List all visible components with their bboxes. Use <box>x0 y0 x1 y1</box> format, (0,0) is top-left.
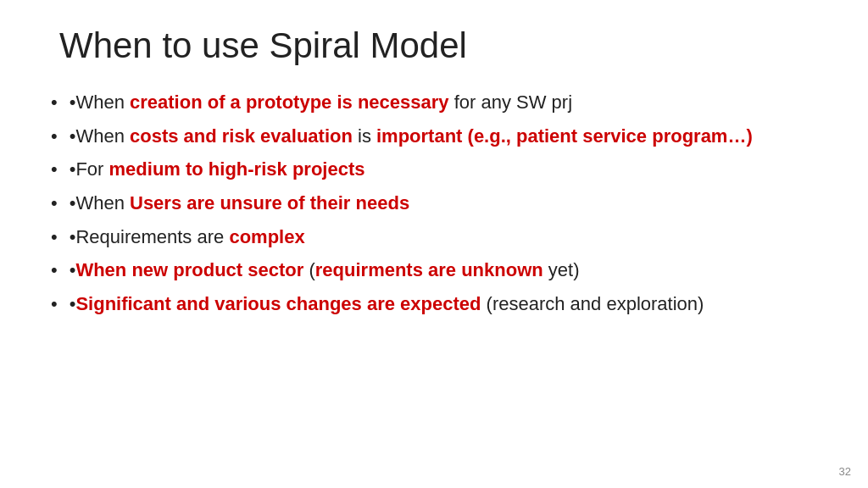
bullet-marker: • <box>70 258 76 283</box>
list-item: • When creation of a prototype is necess… <box>51 90 817 115</box>
bullet-6-red-1: When new product sector <box>75 259 303 280</box>
bullet-1-normal-2: for any SW prj <box>449 92 572 113</box>
bullet-marker: • <box>70 291 76 317</box>
bullet-text-3: For medium to high-risk projects <box>75 157 364 182</box>
list-item: • When costs and risk evaluation is impo… <box>51 124 817 149</box>
bullet-7-normal-1: (research and exploration) <box>481 293 704 314</box>
list-item: • Requirements are complex <box>51 225 817 250</box>
slide: When to use Spiral Model • When creation… <box>0 0 868 488</box>
bullet-5-normal-1: Requirements are <box>75 226 229 247</box>
bullet-text-1: When creation of a prototype is necessar… <box>75 90 572 115</box>
bullet-text-2: When costs and risk evaluation is import… <box>75 124 752 149</box>
list-item: • When new product sector (requirments a… <box>51 258 817 283</box>
bullet-2-normal-1: When <box>75 125 130 147</box>
bullet-7-red-1: Significant and various changes are expe… <box>75 293 481 314</box>
bullet-3-red-1: medium to high-risk projects <box>109 158 365 180</box>
bullet-marker: • <box>70 90 76 115</box>
bullet-list: • When creation of a prototype is necess… <box>51 90 817 317</box>
list-item: • When Users are unsure of their needs <box>51 191 817 216</box>
bullet-text-6: When new product sector (requirments are… <box>75 258 579 283</box>
bullet-text-5: Requirements are complex <box>75 225 304 250</box>
bullet-2-red-1: costs and risk evaluation <box>130 125 353 147</box>
bullet-6-normal-2: yet) <box>543 259 580 280</box>
bullet-2-red-2: important (e.g., patient service program… <box>376 125 753 147</box>
bullet-3-normal-1: For <box>75 158 108 180</box>
bullet-text-4: When Users are unsure of their needs <box>75 191 409 216</box>
bullet-1-red-1: creation of a prototype is necessary <box>130 92 449 113</box>
bullet-2-normal-2: is <box>353 125 376 147</box>
bullet-marker: • <box>70 191 76 216</box>
bullet-6-normal-1: ( <box>303 259 314 280</box>
bullet-5-red-1: complex <box>229 226 304 247</box>
bullet-4-normal-1: When <box>75 192 130 214</box>
bullet-marker: • <box>70 157 76 182</box>
bullet-text-7: Significant and various changes are expe… <box>75 291 704 317</box>
page-number: 32 <box>839 465 851 478</box>
bullet-marker: • <box>70 124 76 149</box>
bullet-6-red-2: requirments are unknown <box>315 259 543 280</box>
bullet-1-normal-1: When <box>75 92 130 113</box>
bullet-marker: • <box>70 225 76 250</box>
list-item: • For medium to high-risk projects <box>51 157 817 182</box>
bullet-4-red-1: Users are unsure of their needs <box>130 192 409 214</box>
slide-title: When to use Spiral Model <box>59 25 817 66</box>
list-item: • Significant and various changes are ex… <box>51 291 817 317</box>
